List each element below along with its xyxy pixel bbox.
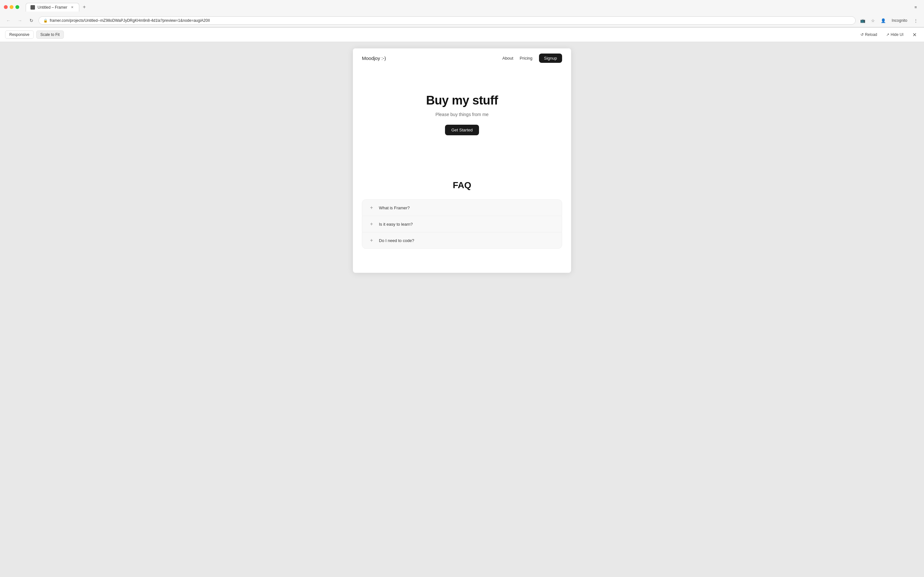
address-bar[interactable]: 🔒 framer.com/projects/Untitled--mZ98oDWa… xyxy=(39,16,856,25)
active-tab[interactable]: Untitled – Framer ✕ xyxy=(26,3,79,11)
url-text: framer.com/projects/Untitled--mZ98oDWaPJ… xyxy=(50,18,210,23)
site-logo: Moodjoy :-) xyxy=(362,55,386,61)
hero-subtitle: Please buy things from me xyxy=(435,112,489,117)
maximize-window-button[interactable] xyxy=(15,5,19,9)
site-nav: Moodjoy :-) About Pricing Signup xyxy=(353,48,571,68)
hide-ui-button[interactable]: ↗ Hide UI xyxy=(884,31,906,38)
close-icon: ✕ xyxy=(913,32,917,38)
faq-expand-icon-3: + xyxy=(368,237,375,243)
hero-title: Buy my stuff xyxy=(426,93,498,107)
cast-icon[interactable]: 📺 xyxy=(858,16,867,25)
get-started-button[interactable]: Get Started xyxy=(445,125,479,135)
signup-button[interactable]: Signup xyxy=(539,53,562,63)
preview-area: Moodjoy :-) About Pricing Signup Buy my … xyxy=(0,42,924,574)
faq-title: FAQ xyxy=(362,180,562,190)
new-tab-button[interactable]: + xyxy=(81,3,88,11)
hide-ui-label: Hide UI xyxy=(891,32,903,37)
hero-section: Buy my stuff Please buy things from me G… xyxy=(353,68,571,167)
scale-to-fit-button[interactable]: Scale to Fit xyxy=(36,31,64,39)
bookmark-icon[interactable]: ☆ xyxy=(869,16,877,25)
toolbar-left: Responsive Scale to Fit xyxy=(5,31,64,39)
incognito-button[interactable]: Incognito xyxy=(889,17,910,24)
faq-item-3[interactable]: + Do I need to code? xyxy=(362,232,562,248)
profile-icon[interactable]: 👤 xyxy=(879,16,888,25)
close-window-button[interactable] xyxy=(4,5,8,9)
browser-chrome: Untitled – Framer ✕ + ≡ ← → ↻ 🔒 framer.c… xyxy=(0,0,924,27)
window-controls xyxy=(4,5,19,9)
tab-bar: Untitled – Framer ✕ + xyxy=(26,3,909,11)
incognito-label: Incognito xyxy=(892,18,907,23)
about-nav-link[interactable]: About xyxy=(502,56,513,61)
faq-section: FAQ + What is Framer? + Is it easy to le… xyxy=(353,167,571,268)
tab-title: Untitled – Framer xyxy=(37,5,67,10)
toolbar-right: ↺ Reload ↗ Hide UI ✕ xyxy=(858,30,919,39)
menu-icon[interactable]: ⋮ xyxy=(911,16,920,25)
more-tabs-button[interactable]: ≡ xyxy=(911,3,920,11)
faq-question-3: Do I need to code? xyxy=(379,238,414,243)
tab-favicon-icon xyxy=(31,5,35,10)
close-preview-button[interactable]: ✕ xyxy=(910,30,919,39)
title-bar: Untitled – Framer ✕ + ≡ xyxy=(0,0,924,14)
tab-close-button[interactable]: ✕ xyxy=(70,5,74,10)
reload-label: Reload xyxy=(865,32,877,37)
responsive-button[interactable]: Responsive xyxy=(5,31,34,39)
faq-item-1[interactable]: + What is Framer? xyxy=(362,200,562,216)
faq-item-2[interactable]: + Is it easy to learn? xyxy=(362,216,562,232)
framer-toolbar: Responsive Scale to Fit ↺ Reload ↗ Hide … xyxy=(0,27,924,42)
faq-question-1: What is Framer? xyxy=(379,205,410,210)
reload-icon: ↺ xyxy=(861,32,864,37)
nav-actions: 📺 ☆ 👤 Incognito ⋮ xyxy=(858,16,920,25)
pricing-nav-link[interactable]: Pricing xyxy=(520,56,533,61)
faq-expand-icon-2: + xyxy=(368,221,375,227)
faq-list: + What is Framer? + Is it easy to learn?… xyxy=(362,199,562,249)
back-button[interactable]: ← xyxy=(4,16,13,25)
faq-expand-icon-1: + xyxy=(368,205,375,211)
forward-button[interactable]: → xyxy=(15,16,24,25)
site-nav-links: About Pricing Signup xyxy=(502,53,562,63)
website-preview: Moodjoy :-) About Pricing Signup Buy my … xyxy=(353,48,571,273)
nav-bar: ← → ↻ 🔒 framer.com/projects/Untitled--mZ… xyxy=(0,14,924,27)
hide-ui-icon: ↗ xyxy=(886,32,889,37)
reload-toolbar-button[interactable]: ↺ Reload xyxy=(858,31,880,38)
minimize-window-button[interactable] xyxy=(10,5,13,9)
reload-button[interactable]: ↻ xyxy=(27,16,36,25)
faq-question-2: Is it easy to learn? xyxy=(379,222,413,227)
lock-icon: 🔒 xyxy=(43,19,48,23)
